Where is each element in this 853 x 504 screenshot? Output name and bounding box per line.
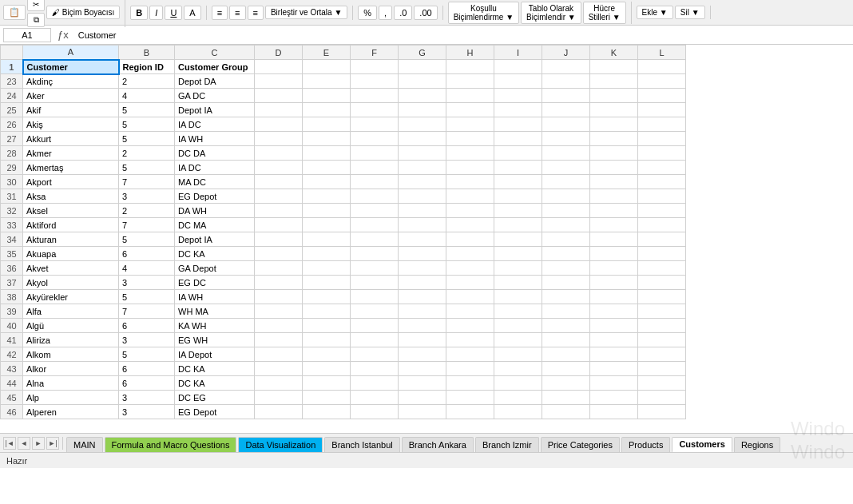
cell-empty[interactable] (303, 347, 351, 362)
sheet-tab-formula-and-macro-questions[interactable]: Formula and Macro Questions (105, 437, 237, 453)
cell-empty[interactable] (542, 333, 590, 347)
cell-a[interactable]: Aksel (23, 204, 119, 218)
cell-a[interactable]: Akturan (23, 232, 119, 247)
cell-b[interactable]: 6 (119, 376, 175, 391)
cell-empty[interactable] (399, 74, 446, 89)
cell-empty[interactable] (542, 175, 590, 189)
cell-a[interactable]: Alna (23, 376, 119, 391)
col-header-e[interactable]: E (303, 46, 351, 60)
cell-c[interactable]: EG WH (175, 333, 255, 347)
cell-a[interactable]: Alp (23, 391, 119, 405)
cell-empty[interactable] (494, 232, 542, 247)
cell-empty[interactable] (303, 247, 351, 261)
cell-empty[interactable] (351, 347, 399, 362)
col-header-j[interactable]: J (542, 46, 590, 60)
cell-empty[interactable] (494, 218, 542, 232)
cell-empty[interactable] (255, 146, 303, 161)
cell-empty[interactable] (590, 74, 638, 89)
insert-button[interactable]: Ekle ▼ (637, 6, 673, 19)
row-header[interactable]: 42 (1, 347, 23, 362)
row-header[interactable]: 36 (1, 261, 23, 276)
underline-button[interactable]: U (165, 6, 182, 20)
col-header-c[interactable]: C (175, 46, 255, 60)
cell-a[interactable]: Alkom (23, 347, 119, 362)
delete-button[interactable]: Sil ▼ (675, 6, 705, 19)
cell-empty[interactable] (590, 405, 638, 419)
cell-empty[interactable] (255, 362, 303, 376)
cell-c[interactable]: DC DA (175, 146, 255, 161)
cell-empty[interactable] (638, 391, 686, 405)
cell-empty[interactable] (255, 391, 303, 405)
cell-reference-box[interactable] (3, 28, 51, 42)
row-header[interactable]: 1 (1, 60, 23, 74)
row-header[interactable]: 33 (1, 218, 23, 232)
cell-a[interactable]: Akuapa (23, 247, 119, 261)
cell-empty[interactable] (303, 290, 351, 304)
cell-empty[interactable] (399, 376, 446, 391)
cell-empty[interactable] (638, 347, 686, 362)
formula-input[interactable] (75, 29, 850, 42)
cell-c[interactable]: EG DC (175, 276, 255, 290)
conditional-formatting-button[interactable]: KoşulluBiçimlendirme ▼ (448, 2, 519, 24)
cell-empty[interactable] (542, 347, 590, 362)
cell-empty[interactable] (446, 319, 494, 333)
cell-empty[interactable] (255, 189, 303, 204)
cell-empty[interactable] (638, 103, 686, 117)
cell-empty[interactable] (542, 319, 590, 333)
cell-a[interactable]: Aktiford (23, 218, 119, 232)
cell-empty[interactable] (351, 405, 399, 419)
cell-empty[interactable] (255, 175, 303, 189)
cell-empty[interactable] (303, 60, 351, 74)
cell-empty[interactable] (494, 391, 542, 405)
cell-empty[interactable] (494, 405, 542, 419)
cell-empty[interactable] (638, 161, 686, 175)
cell-empty[interactable] (446, 60, 494, 74)
cell-empty[interactable] (542, 276, 590, 290)
cell-empty[interactable] (303, 103, 351, 117)
cell-a[interactable]: Akdinç (23, 74, 119, 89)
cell-empty[interactable] (399, 304, 446, 319)
cell-empty[interactable] (446, 304, 494, 319)
cell-c[interactable]: IA DC (175, 161, 255, 175)
cell-c[interactable]: WH MA (175, 304, 255, 319)
cell-empty[interactable] (303, 74, 351, 89)
cell-b[interactable]: 5 (119, 161, 175, 175)
cell-empty[interactable] (446, 146, 494, 161)
cell-b[interactable]: 3 (119, 405, 175, 419)
cell-empty[interactable] (303, 405, 351, 419)
cell-empty[interactable] (590, 204, 638, 218)
sheet-tab-branch-istanbul[interactable]: Branch Istanbul (324, 437, 399, 453)
cell-c[interactable]: Customer Group (175, 60, 255, 74)
cell-empty[interactable] (351, 89, 399, 103)
cell-a[interactable]: Aksa (23, 189, 119, 204)
cell-empty[interactable] (542, 189, 590, 204)
cell-empty[interactable] (399, 391, 446, 405)
cell-empty[interactable] (351, 276, 399, 290)
cell-empty[interactable] (255, 74, 303, 89)
cell-a[interactable]: Algü (23, 319, 119, 333)
cell-a[interactable]: Alkor (23, 362, 119, 376)
cell-empty[interactable] (542, 376, 590, 391)
row-header[interactable]: 30 (1, 175, 23, 189)
cell-empty[interactable] (446, 362, 494, 376)
cell-empty[interactable] (590, 103, 638, 117)
cell-c[interactable]: IA DC (175, 117, 255, 132)
cell-empty[interactable] (446, 132, 494, 146)
cell-c[interactable]: EG Depot (175, 189, 255, 204)
cell-b[interactable]: 2 (119, 204, 175, 218)
cell-empty[interactable] (351, 74, 399, 89)
row-header[interactable]: 23 (1, 74, 23, 89)
sheet-tab-main[interactable]: MAIN (66, 437, 103, 453)
cell-empty[interactable] (590, 333, 638, 347)
cell-empty[interactable] (303, 132, 351, 146)
col-header-i[interactable]: I (494, 46, 542, 60)
cell-c[interactable]: DC KA (175, 376, 255, 391)
cell-empty[interactable] (494, 304, 542, 319)
cell-empty[interactable] (446, 103, 494, 117)
row-header[interactable]: 40 (1, 319, 23, 333)
cell-empty[interactable] (494, 261, 542, 276)
cell-empty[interactable] (638, 261, 686, 276)
cell-empty[interactable] (399, 290, 446, 304)
cell-empty[interactable] (638, 232, 686, 247)
cell-empty[interactable] (255, 218, 303, 232)
